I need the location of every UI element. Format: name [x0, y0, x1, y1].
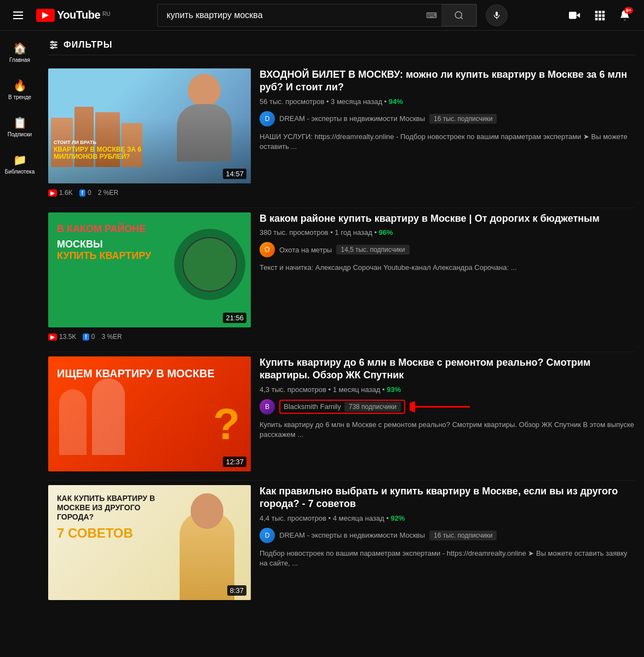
search-input[interactable]: [158, 4, 422, 26]
video-create-button[interactable]: [564, 5, 585, 26]
svg-marker-4: [577, 13, 580, 18]
search-icon: [454, 10, 464, 20]
yt-count-2: 13.5K: [59, 333, 76, 341]
keyboard-icon[interactable]: ⌨: [422, 4, 441, 26]
sep-4: •: [374, 228, 378, 237]
stats-row-1: ▶ 1.6K f 0 2 %ER: [48, 187, 635, 199]
logo-text: YouTube: [57, 9, 100, 21]
views-1: 56 тыс. просмотров: [260, 97, 324, 106]
sep-6: •: [382, 385, 387, 394]
svg-rect-10: [599, 14, 601, 17]
thumbnail-1[interactable]: СТОИТ ЛИ БРАТЬ КВАРТИРУ В МОСКВЕ ЗА 6 МИ…: [48, 68, 251, 183]
duration-4: 8:37: [227, 585, 246, 596]
subscriptions-icon: 📋: [13, 116, 27, 129]
svg-rect-2: [496, 11, 498, 16]
logo-icon: [36, 9, 55, 22]
subscriber-badge-4: 16 тыс. подписчики: [429, 531, 497, 540]
header-center: ⌨: [157, 4, 508, 27]
channel-avatar-2: О: [260, 242, 275, 257]
duration-1: 14:57: [223, 169, 246, 179]
fb-icon-1: f: [79, 189, 85, 197]
microphone-button[interactable]: [486, 4, 508, 26]
channel-avatar-1: D: [260, 111, 275, 126]
sidebar-label-library: Библиотека: [5, 169, 34, 175]
video-meta-2: 380 тыс. просмотров • 1 год назад • 96%: [260, 228, 635, 237]
annotation-arrow: [410, 399, 470, 414]
filter-icon: [48, 39, 59, 50]
apps-button[interactable]: [589, 5, 610, 26]
channel-avatar-4: D: [260, 528, 275, 543]
search-bar: ⌨: [157, 4, 477, 27]
svg-rect-13: [599, 18, 601, 20]
logo[interactable]: YouTube RU: [36, 9, 111, 22]
video-title-1[interactable]: ВХОДНОЙ БИЛЕТ В МОСКВУ: можно ли купить …: [260, 68, 635, 94]
svg-rect-6: [595, 10, 598, 13]
home-icon: 🏠: [13, 42, 27, 55]
notifications-button[interactable]: 9+: [614, 5, 635, 26]
mic-icon: [492, 10, 501, 20]
fb-icon-2: f: [83, 333, 89, 341]
video-desc-4: Подбор новостроек по вашим параметрам эк…: [260, 549, 635, 568]
rating-1: 94%: [389, 97, 403, 106]
search-button[interactable]: [441, 4, 476, 26]
sidebar-label-trending: В тренде: [8, 94, 31, 101]
rating-2: 96%: [379, 228, 393, 237]
subscriber-badge-3: 738 подписчики: [344, 402, 401, 412]
channel-row-3: B Blacksmith Family 738 подписчики: [260, 399, 635, 414]
channel-avatar-3: B: [260, 399, 275, 414]
fb-count-2: 0: [91, 333, 95, 341]
time-4: 4 месяца назад: [333, 514, 384, 522]
video-row-1: СТОИТ ЛИ БРАТЬ КВАРТИРУ В МОСКВЕ ЗА 6 МИ…: [48, 68, 635, 183]
svg-point-19: [54, 44, 56, 45]
sidebar-item-library[interactable]: 📁 Библиотека: [1, 147, 38, 182]
video-title-3[interactable]: Купить квартиру до 6 млн в Москве с ремо…: [260, 356, 635, 382]
yt-count-1: 1.6K: [59, 189, 73, 197]
channel-row-2: О Охота на метры 14,5 тыс. подписчики: [260, 242, 635, 257]
video-title-2[interactable]: В каком районе купить квартиру в Москве …: [260, 212, 635, 225]
video-item-1: СТОИТ ЛИ БРАТЬ КВАРТИРУ В МОСКВЕ ЗА 6 МИ…: [48, 68, 635, 208]
thumbnail-3[interactable]: ? ИЩЕМ КВАРТИРУ В МОСКВЕ 12:37: [48, 356, 251, 471]
svg-point-20: [51, 47, 53, 48]
views-2: 380 тыс. просмотров: [260, 228, 329, 237]
duration-3: 12:37: [223, 457, 246, 467]
video-desc-2: Текст и начитка: Александр Сорочан Youtu…: [260, 263, 635, 273]
video-row-2: В каком районе Москвы Купить Квартиру 21…: [48, 212, 635, 327]
thumb3-text: ИЩЕМ КВАРТИРУ В МОСКВЕ: [57, 367, 240, 379]
sidebar-item-trending[interactable]: 🔥 В тренде: [1, 72, 38, 107]
duration-2: 21:56: [223, 313, 246, 323]
time-2: 1 год назад: [335, 228, 372, 237]
channel-name-2[interactable]: Охота на метры: [279, 246, 332, 254]
filters-bar: ФИЛЬТРЫ: [48, 31, 635, 55]
sep-2: •: [384, 97, 389, 106]
filters-label: ФИЛЬТРЫ: [64, 40, 112, 50]
thumbnail-2[interactable]: В каком районе Москвы Купить Квартиру 21…: [48, 212, 251, 327]
video-title-4[interactable]: Как правильно выбрать и купить квартиру …: [260, 485, 635, 511]
sidebar: 🏠 Главная 🔥 В тренде 📋 Подписки 📁 Библио…: [0, 31, 39, 657]
channel-name-3[interactable]: Blacksmith Family: [284, 402, 341, 411]
video-info-1: ВХОДНОЙ БИЛЕТ В МОСКВУ: можно ли купить …: [260, 68, 635, 152]
svg-rect-5: [569, 11, 577, 19]
library-icon: 📁: [13, 153, 27, 166]
thumb1-yellow-text: КВАРТИРУ В МОСКВЕ ЗА 6 МИЛЛИОНОВ РУБЛЕЙ?: [54, 146, 174, 160]
sidebar-item-home[interactable]: 🏠 Главная: [1, 35, 38, 70]
video-item-4: КАК КУПИТЬ КВАРТИРУ В МОСКВЕ ИЗ ДРУГОГО …: [48, 485, 635, 609]
sidebar-item-subscriptions[interactable]: 📋 Подписки: [1, 110, 38, 145]
menu-button[interactable]: [9, 7, 27, 24]
rating-4: 92%: [390, 514, 405, 522]
channel-name-4[interactable]: DREAM - эксперты в недвижимости Москвы: [279, 531, 425, 539]
thumb4-yellow-text: 7 СОВЕТОВ: [57, 526, 174, 541]
sep-1: •: [326, 97, 331, 106]
video-item-3: ? ИЩЕМ КВАРТИРУ В МОСКВЕ 12:37 Купить кв…: [48, 356, 635, 481]
thumb2-orange: Купить Квартиру: [57, 250, 207, 262]
grid-icon: [594, 9, 606, 21]
thumb2-white: Москвы: [57, 239, 207, 251]
thumb1-top-text: СТОИТ ЛИ БРАТЬ: [54, 140, 174, 145]
yt-icon-1: ▶: [48, 189, 57, 197]
video-item-2: В каком районе Москвы Купить Квартиру 21…: [48, 212, 635, 352]
svg-rect-9: [595, 14, 598, 17]
thumbnail-4[interactable]: КАК КУПИТЬ КВАРТИРУ В МОСКВЕ ИЗ ДРУГОГО …: [48, 485, 251, 600]
svg-rect-7: [599, 10, 601, 13]
header-left: YouTube RU: [9, 7, 129, 24]
channel-name-1[interactable]: DREAM - эксперты в недвижимости Москвы: [279, 114, 425, 123]
stats-row-2: ▶ 13.5K f 0 3 %ER: [48, 331, 635, 343]
